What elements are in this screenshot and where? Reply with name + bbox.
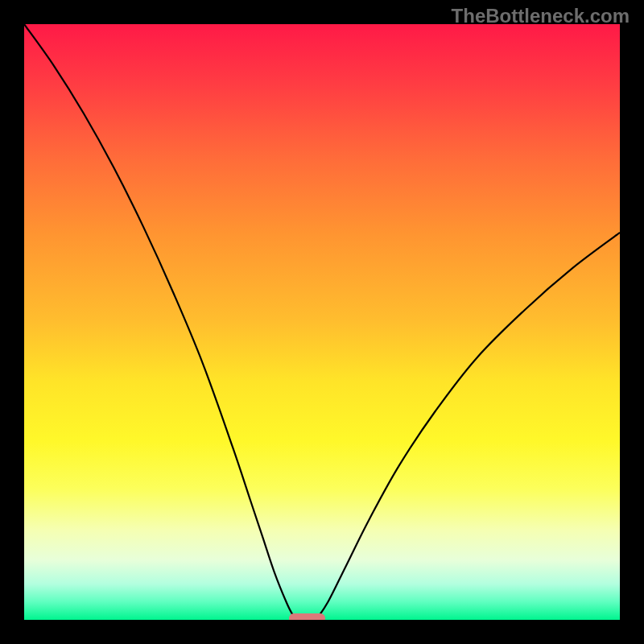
- curve-svg: [24, 24, 620, 620]
- watermark-text: TheBottleneck.com: [452, 5, 630, 27]
- chart-container: TheBottleneck.com: [0, 0, 644, 644]
- curve-left: [24, 24, 298, 620]
- plot-area: [24, 24, 620, 620]
- curve-right: [316, 233, 620, 620]
- bottleneck-marker: [289, 613, 324, 620]
